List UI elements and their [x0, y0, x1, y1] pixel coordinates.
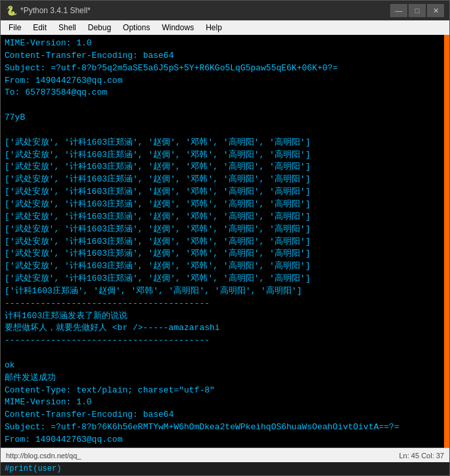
term-line-10: ['武处安放', '计科1603庄郑涵', '赵倜', '邓韩', '高明阳',… — [5, 161, 440, 174]
menu-help[interactable]: Help — [200, 21, 227, 34]
menu-file[interactable]: File — [3, 21, 26, 34]
close-button[interactable]: ✕ — [427, 4, 444, 17]
status-position: Ln: 45 Col: 37 — [399, 452, 445, 460]
status-url: http://blog.csdn.net/qq_ — [6, 452, 81, 460]
term-line-17: ['武处安放', '计科1603庄郑涵', '赵倜', '邓韩', '高明阳',… — [5, 248, 440, 260]
minimize-button[interactable]: — — [390, 4, 407, 17]
term-line-15: ['武处安放', '计科1603庄郑涵', '赵倜', '邓韩', '高明阳',… — [5, 224, 440, 236]
term-line-20: ['计科1603庄郑涵', '赵倜', '邓韩', '高明阳', '高明阳', … — [5, 285, 440, 298]
term-line-11: ['武处安放', '计科1603庄郑涵', '赵倜', '邓韩', '高明阳',… — [5, 174, 440, 186]
menu-shell[interactable]: Shell — [53, 21, 81, 34]
term-line-13: ['武处安放', '计科1603庄郑涵', '赵倜', '邓韩', '高明阳',… — [5, 199, 440, 211]
status-bar: http://blog.csdn.net/qq_ Ln: 45 Col: 37 — [1, 448, 449, 462]
term-line-5 — [5, 99, 440, 112]
term-line-3: From: 1490442763@qq.com — [5, 75, 440, 87]
term-line-6: 77yB — [5, 112, 440, 124]
term-line-23: 要想做坏人，就要先做好人 <br />-----amazarashi — [5, 322, 440, 335]
bottom-bar: #print(user) — [1, 462, 449, 475]
term-line-28: Content-Type: text/plain; charset="utf-8… — [5, 385, 440, 397]
term-line-7 — [5, 124, 440, 137]
menu-options[interactable]: Options — [118, 21, 155, 34]
python-icon: 🐍 — [6, 5, 16, 16]
window-title: *Python 3.4.1 Shell* — [20, 6, 91, 15]
term-line-29: MIME-Version: 1.0 — [5, 396, 440, 409]
term-line-22: 计科1603庄郑涵发表了新的说说 — [5, 310, 440, 323]
term-line-8: ['武处安放', '计科1603庄郑涵', '赵倜', '邓韩', '高明阳',… — [5, 137, 440, 149]
term-line-0: MIME-Version: 1.0 — [5, 37, 440, 50]
term-line-31: Subject: =?utf-8?b?6K6h56eRMTYwM+W6hOmDk… — [5, 421, 440, 434]
title-bar: 🐍 *Python 3.4.1 Shell* — □ ✕ — [1, 1, 449, 20]
menu-edit[interactable]: Edit — [28, 21, 52, 34]
term-line-18: ['武处安放', '计科1603庄郑涵', '赵倜', '邓韩', '高明阳',… — [5, 260, 440, 273]
main-window: 🐍 *Python 3.4.1 Shell* — □ ✕ File Edit S… — [0, 0, 450, 476]
term-line-26: ok — [5, 360, 440, 372]
term-line-27: 邮件发送成功 — [5, 372, 440, 385]
term-line-33: To: 657873584@qq.com — [5, 446, 440, 448]
title-bar-left: 🐍 *Python 3.4.1 Shell* — [6, 5, 91, 16]
menu-bar: File Edit Shell Debug Options Windows He… — [1, 20, 449, 35]
term-line-30: Content-Transfer-Encoding: base64 — [5, 409, 440, 421]
term-line-25 — [5, 347, 440, 360]
menu-debug[interactable]: Debug — [83, 21, 116, 34]
content-area: MIME-Version: 1.0 Content-Transfer-Encod… — [1, 35, 449, 448]
term-line-21: ---------------------------------------- — [5, 298, 440, 310]
term-line-19: ['武处安放', '计科1603庄郑涵', '赵倜', '邓韩', '高明阳',… — [5, 273, 440, 285]
term-line-12: ['武处安放', '计科1603庄郑涵', '赵倜', '邓韩', '高明阳',… — [5, 186, 440, 199]
term-line-16: ['武处安放', '计科1603庄郑涵', '赵倜', '邓韩', '高明阳',… — [5, 236, 440, 249]
term-line-1: Content-Transfer-Encoding: base64 — [5, 50, 440, 62]
title-controls: — □ ✕ — [390, 4, 444, 17]
term-line-9: ['武处安放', '计科1603庄郑涵', '赵倜', '邓韩', '高明阳',… — [5, 149, 440, 162]
term-line-14: ['武处安放', '计科1603庄郑涵', '赵倜', '邓韩', '高明阳',… — [5, 211, 440, 224]
maximize-button[interactable]: □ — [409, 4, 426, 17]
accent-bar — [444, 35, 449, 448]
menu-windows[interactable]: Windows — [156, 21, 199, 34]
term-line-32: From: 1490442763@qq.com — [5, 434, 440, 446]
term-line-4: To: 657873584@qq.com — [5, 87, 440, 99]
terminal-output[interactable]: MIME-Version: 1.0 Content-Transfer-Encod… — [1, 35, 444, 448]
term-line-24: ---------------------------------------- — [5, 335, 440, 347]
term-line-2: Subject: =?utf-8?b?5q2m5aSE5a6J5pS+5Y+R6… — [5, 62, 440, 75]
bottom-input-line[interactable]: #print(user) — [5, 464, 61, 473]
